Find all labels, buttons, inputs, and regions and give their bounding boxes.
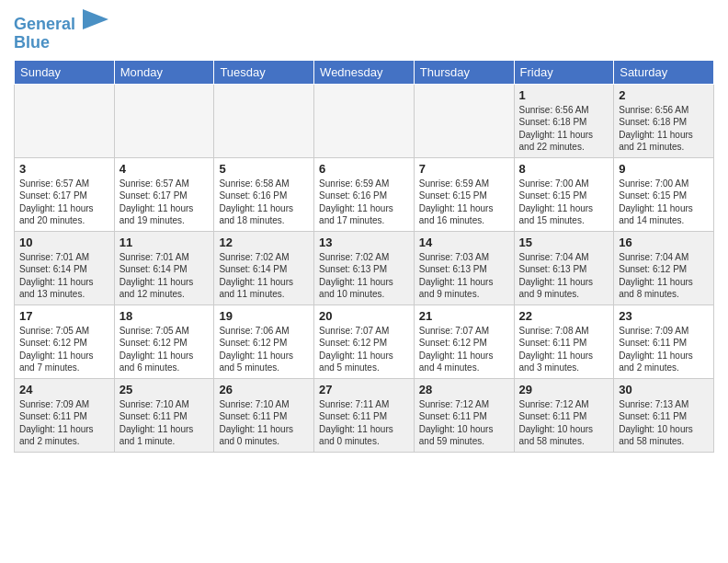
day-number: 24 bbox=[19, 383, 109, 396]
logo-blue: Blue bbox=[14, 34, 108, 52]
calendar-day-cell: 16Sunrise: 7:04 AM Sunset: 6:12 PM Dayli… bbox=[614, 231, 714, 304]
day-number: 21 bbox=[419, 309, 509, 323]
col-header-friday: Friday bbox=[514, 60, 614, 84]
calendar-day-cell: 18Sunrise: 7:05 AM Sunset: 6:12 PM Dayli… bbox=[114, 304, 214, 378]
calendar-day-cell bbox=[15, 84, 115, 157]
calendar-day-cell bbox=[214, 84, 314, 157]
calendar-week-row: 3Sunrise: 6:57 AM Sunset: 6:17 PM Daylig… bbox=[15, 157, 714, 231]
day-info: Sunrise: 7:09 AM Sunset: 6:11 PM Dayligh… bbox=[19, 398, 109, 448]
day-info: Sunrise: 6:57 AM Sunset: 6:17 PM Dayligh… bbox=[19, 178, 109, 227]
day-number: 26 bbox=[219, 383, 309, 396]
calendar-header-row: SundayMondayTuesdayWednesdayThursdayFrid… bbox=[15, 60, 714, 84]
day-info: Sunrise: 7:01 AM Sunset: 6:14 PM Dayligh… bbox=[19, 251, 109, 301]
day-number: 7 bbox=[419, 162, 509, 176]
day-number: 16 bbox=[619, 236, 709, 249]
calendar-day-cell: 6Sunrise: 6:59 AM Sunset: 6:16 PM Daylig… bbox=[314, 157, 415, 231]
calendar-day-cell: 4Sunrise: 6:57 AM Sunset: 6:17 PM Daylig… bbox=[114, 157, 214, 231]
day-info: Sunrise: 7:05 AM Sunset: 6:12 PM Dayligh… bbox=[19, 325, 109, 374]
day-info: Sunrise: 7:08 AM Sunset: 6:11 PM Dayligh… bbox=[519, 325, 609, 374]
day-number: 23 bbox=[619, 309, 709, 323]
calendar-day-cell: 1Sunrise: 6:56 AM Sunset: 6:18 PM Daylig… bbox=[514, 84, 614, 157]
day-info: Sunrise: 6:58 AM Sunset: 6:16 PM Dayligh… bbox=[219, 178, 309, 227]
calendar-day-cell: 21Sunrise: 7:07 AM Sunset: 6:12 PM Dayli… bbox=[414, 304, 514, 378]
svg-marker-0 bbox=[83, 9, 108, 29]
day-number: 3 bbox=[19, 162, 109, 176]
day-info: Sunrise: 7:04 AM Sunset: 6:12 PM Dayligh… bbox=[619, 251, 709, 301]
calendar-day-cell: 12Sunrise: 7:02 AM Sunset: 6:14 PM Dayli… bbox=[214, 231, 314, 304]
day-info: Sunrise: 6:57 AM Sunset: 6:17 PM Dayligh… bbox=[119, 178, 210, 227]
day-number: 18 bbox=[119, 309, 210, 323]
day-number: 15 bbox=[519, 236, 609, 249]
col-header-sunday: Sunday bbox=[15, 60, 115, 84]
calendar-day-cell: 20Sunrise: 7:07 AM Sunset: 6:12 PM Dayli… bbox=[314, 304, 415, 378]
day-info: Sunrise: 7:03 AM Sunset: 6:13 PM Dayligh… bbox=[419, 251, 509, 301]
calendar-week-row: 10Sunrise: 7:01 AM Sunset: 6:14 PM Dayli… bbox=[15, 231, 714, 304]
day-number: 29 bbox=[519, 383, 609, 396]
calendar-day-cell: 19Sunrise: 7:06 AM Sunset: 6:12 PM Dayli… bbox=[214, 304, 314, 378]
day-info: Sunrise: 7:10 AM Sunset: 6:11 PM Dayligh… bbox=[119, 398, 210, 448]
day-info: Sunrise: 7:07 AM Sunset: 6:12 PM Dayligh… bbox=[319, 325, 409, 374]
day-number: 20 bbox=[319, 309, 409, 323]
calendar-day-cell bbox=[314, 84, 415, 157]
day-info: Sunrise: 7:12 AM Sunset: 6:11 PM Dayligh… bbox=[419, 398, 509, 448]
calendar-week-row: 1Sunrise: 6:56 AM Sunset: 6:18 PM Daylig… bbox=[15, 84, 714, 157]
calendar-day-cell: 30Sunrise: 7:13 AM Sunset: 6:11 PM Dayli… bbox=[614, 378, 714, 452]
day-number: 1 bbox=[519, 88, 609, 102]
day-info: Sunrise: 7:12 AM Sunset: 6:11 PM Dayligh… bbox=[519, 398, 609, 448]
day-number: 25 bbox=[119, 383, 210, 396]
calendar-day-cell: 24Sunrise: 7:09 AM Sunset: 6:11 PM Dayli… bbox=[15, 378, 115, 452]
day-info: Sunrise: 7:06 AM Sunset: 6:12 PM Dayligh… bbox=[219, 325, 309, 374]
header-row: General Blue bbox=[14, 9, 714, 52]
calendar-day-cell: 5Sunrise: 6:58 AM Sunset: 6:16 PM Daylig… bbox=[214, 157, 314, 231]
calendar-day-cell: 22Sunrise: 7:08 AM Sunset: 6:11 PM Dayli… bbox=[514, 304, 614, 378]
day-number: 11 bbox=[119, 236, 210, 249]
calendar-week-row: 24Sunrise: 7:09 AM Sunset: 6:11 PM Dayli… bbox=[15, 378, 714, 452]
day-number: 4 bbox=[119, 162, 210, 176]
day-number: 28 bbox=[419, 383, 509, 396]
calendar-day-cell: 2Sunrise: 6:56 AM Sunset: 6:18 PM Daylig… bbox=[614, 84, 714, 157]
day-number: 5 bbox=[219, 162, 309, 176]
day-info: Sunrise: 7:00 AM Sunset: 6:15 PM Dayligh… bbox=[519, 178, 609, 227]
calendar-day-cell: 11Sunrise: 7:01 AM Sunset: 6:14 PM Dayli… bbox=[114, 231, 214, 304]
calendar-day-cell: 25Sunrise: 7:10 AM Sunset: 6:11 PM Dayli… bbox=[114, 378, 214, 452]
day-number: 30 bbox=[619, 383, 709, 396]
day-info: Sunrise: 7:02 AM Sunset: 6:14 PM Dayligh… bbox=[219, 251, 309, 301]
calendar-day-cell: 27Sunrise: 7:11 AM Sunset: 6:11 PM Dayli… bbox=[314, 378, 415, 452]
day-number: 2 bbox=[619, 88, 709, 102]
day-info: Sunrise: 6:59 AM Sunset: 6:16 PM Dayligh… bbox=[319, 178, 409, 227]
calendar-table: SundayMondayTuesdayWednesdayThursdayFrid… bbox=[14, 60, 714, 453]
col-header-wednesday: Wednesday bbox=[314, 60, 415, 84]
day-info: Sunrise: 7:10 AM Sunset: 6:11 PM Dayligh… bbox=[219, 398, 309, 448]
day-info: Sunrise: 7:07 AM Sunset: 6:12 PM Dayligh… bbox=[419, 325, 509, 374]
day-number: 27 bbox=[319, 383, 409, 396]
calendar-week-row: 17Sunrise: 7:05 AM Sunset: 6:12 PM Dayli… bbox=[15, 304, 714, 378]
day-number: 12 bbox=[219, 236, 309, 249]
calendar-day-cell: 23Sunrise: 7:09 AM Sunset: 6:11 PM Dayli… bbox=[614, 304, 714, 378]
day-number: 8 bbox=[519, 162, 609, 176]
day-number: 22 bbox=[519, 309, 609, 323]
calendar-day-cell: 7Sunrise: 6:59 AM Sunset: 6:15 PM Daylig… bbox=[414, 157, 514, 231]
day-info: Sunrise: 6:56 AM Sunset: 6:18 PM Dayligh… bbox=[519, 104, 609, 154]
calendar-day-cell: 8Sunrise: 7:00 AM Sunset: 6:15 PM Daylig… bbox=[514, 157, 614, 231]
calendar-day-cell: 3Sunrise: 6:57 AM Sunset: 6:17 PM Daylig… bbox=[15, 157, 115, 231]
day-number: 13 bbox=[319, 236, 409, 249]
logo-general: General bbox=[14, 15, 75, 33]
day-info: Sunrise: 7:11 AM Sunset: 6:11 PM Dayligh… bbox=[319, 398, 409, 448]
calendar-day-cell: 17Sunrise: 7:05 AM Sunset: 6:12 PM Dayli… bbox=[15, 304, 115, 378]
calendar-day-cell: 28Sunrise: 7:12 AM Sunset: 6:11 PM Dayli… bbox=[414, 378, 514, 452]
col-header-tuesday: Tuesday bbox=[214, 60, 314, 84]
calendar-day-cell: 10Sunrise: 7:01 AM Sunset: 6:14 PM Dayli… bbox=[15, 231, 115, 304]
calendar-container: General Blue SundayMondayTuesdayWednesda… bbox=[0, 0, 728, 462]
day-number: 10 bbox=[19, 236, 109, 249]
logo-icon bbox=[83, 9, 108, 29]
day-info: Sunrise: 7:02 AM Sunset: 6:13 PM Dayligh… bbox=[319, 251, 409, 301]
calendar-day-cell: 13Sunrise: 7:02 AM Sunset: 6:13 PM Dayli… bbox=[314, 231, 415, 304]
day-number: 9 bbox=[619, 162, 709, 176]
day-info: Sunrise: 7:01 AM Sunset: 6:14 PM Dayligh… bbox=[119, 251, 210, 301]
calendar-day-cell bbox=[114, 84, 214, 157]
col-header-monday: Monday bbox=[114, 60, 214, 84]
day-info: Sunrise: 7:09 AM Sunset: 6:11 PM Dayligh… bbox=[619, 325, 709, 374]
day-info: Sunrise: 7:05 AM Sunset: 6:12 PM Dayligh… bbox=[119, 325, 210, 374]
calendar-day-cell bbox=[414, 84, 514, 157]
col-header-saturday: Saturday bbox=[614, 60, 714, 84]
